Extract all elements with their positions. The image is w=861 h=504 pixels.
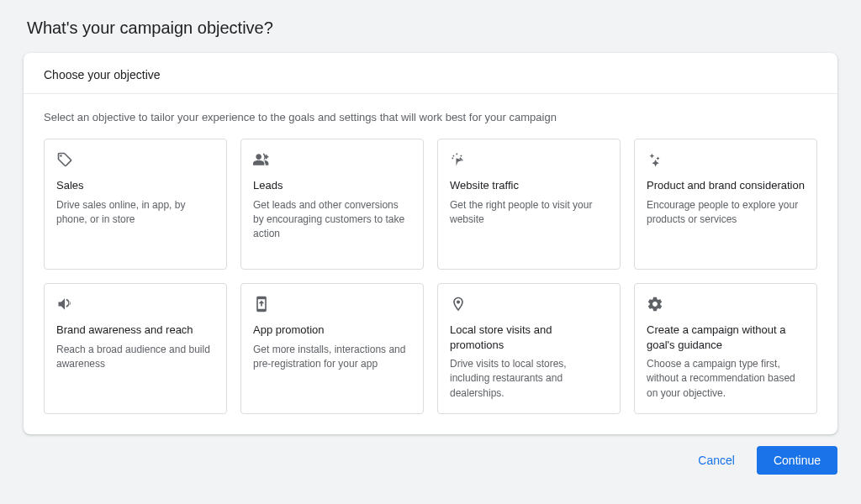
objective-card: Choose your objective Select an objectiv… (24, 53, 837, 434)
objective-title: App promotion (253, 323, 411, 338)
click-icon (450, 151, 608, 170)
objective-title: Local store visits and promotions (450, 323, 608, 352)
objective-app-promotion[interactable]: App promotion Get more installs, interac… (240, 283, 424, 414)
instruction-text: Select an objective to tailor your exper… (44, 111, 817, 123)
objective-brand-awareness[interactable]: Brand awareness and reach Reach a broad … (44, 283, 227, 414)
objective-desc: Drive sales online, in app, by phone, or… (56, 198, 214, 228)
card-body: Select an objective to tailor your exper… (24, 94, 837, 434)
objective-grid: Sales Drive sales online, in app, by pho… (44, 139, 817, 414)
objective-desc: Get leads and other conversions by encou… (253, 198, 411, 242)
gear-icon (647, 296, 805, 314)
pin-icon (450, 296, 608, 314)
footer-actions: Cancel Continue (0, 434, 861, 475)
objective-website-traffic[interactable]: Website traffic Get the right people to … (437, 139, 621, 270)
objective-leads[interactable]: Leads Get leads and other conversions by… (240, 139, 424, 270)
card-header: Choose your objective (24, 53, 837, 94)
phone-icon (253, 296, 411, 314)
cancel-button[interactable]: Cancel (681, 446, 752, 475)
megaphone-icon (56, 296, 214, 314)
continue-button[interactable]: Continue (757, 446, 837, 475)
objective-title: Sales (56, 178, 214, 193)
objective-product-brand[interactable]: Product and brand consideration Encourag… (634, 139, 817, 270)
objective-desc: Get the right people to visit your websi… (450, 198, 608, 228)
objective-local-stores[interactable]: Local store visits and promotions Drive … (437, 283, 621, 414)
objective-title: Website traffic (450, 178, 608, 193)
objective-desc: Reach a broad audience and build awarene… (56, 343, 214, 372)
objective-no-goal[interactable]: Create a campaign without a goal's guida… (634, 283, 817, 414)
objective-desc: Encourage people to explore your product… (647, 198, 805, 228)
objective-title: Create a campaign without a goal's guida… (647, 323, 805, 352)
objective-title: Product and brand consideration (647, 178, 805, 193)
objective-title: Brand awareness and reach (56, 323, 214, 338)
page-title: What's your campaign objective? (0, 0, 861, 53)
objective-sales[interactable]: Sales Drive sales online, in app, by pho… (44, 139, 227, 270)
objective-desc: Drive visits to local stores, including … (450, 357, 608, 401)
people-icon (253, 151, 411, 170)
tag-icon (56, 151, 214, 170)
sparkle-icon (647, 151, 805, 170)
objective-desc: Choose a campaign type first, without a … (647, 357, 805, 401)
objective-desc: Get more installs, interactions and pre-… (253, 343, 411, 372)
objective-title: Leads (253, 178, 411, 193)
